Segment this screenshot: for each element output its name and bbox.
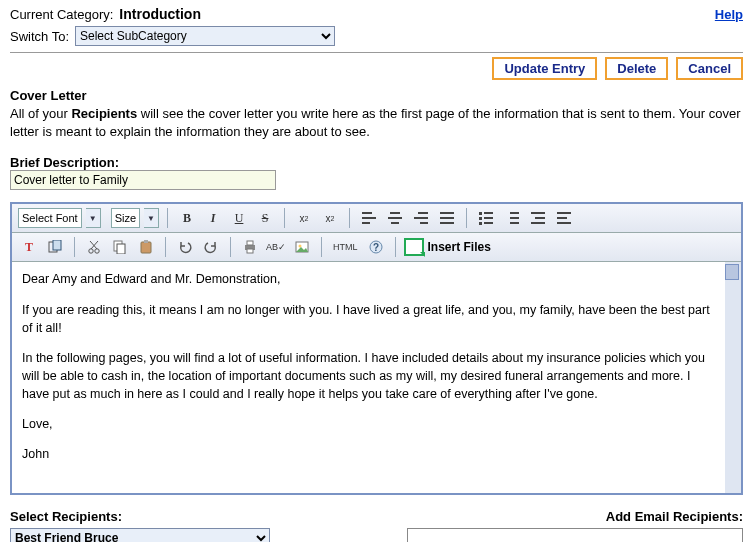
update-entry-button[interactable]: Update Entry	[492, 57, 597, 80]
underline-button[interactable]: U	[228, 207, 250, 229]
rich-text-editor: Select Font ▼ Size ▼ B I U S x2 x2 T	[10, 202, 743, 495]
cover-letter-title: Cover Letter	[10, 88, 743, 103]
copy-button[interactable]	[109, 236, 131, 258]
font-family-dropdown-icon[interactable]: ▼	[86, 208, 101, 228]
editor-paragraph: If you are reading this, it means I am n…	[22, 301, 713, 337]
svg-rect-1	[53, 240, 61, 250]
text-color-button[interactable]: T	[18, 236, 40, 258]
cancel-button[interactable]: Cancel	[676, 57, 743, 80]
indent-button[interactable]	[553, 207, 575, 229]
bold-button[interactable]: B	[176, 207, 198, 229]
divider	[10, 52, 743, 53]
svg-point-3	[95, 249, 99, 253]
unordered-list-button[interactable]	[475, 207, 497, 229]
current-category-label: Current Category:	[10, 7, 113, 22]
align-justify-button[interactable]	[436, 207, 458, 229]
cut-button[interactable]	[83, 236, 105, 258]
font-family-select[interactable]: Select Font	[18, 208, 82, 228]
align-left-button[interactable]	[358, 207, 380, 229]
svg-rect-10	[247, 249, 253, 253]
print-button[interactable]	[239, 236, 261, 258]
html-source-button[interactable]: HTML	[330, 236, 361, 258]
editor-paragraph: In the following pages, you will find a …	[22, 349, 713, 403]
help-link[interactable]: Help	[715, 7, 743, 22]
align-center-button[interactable]	[384, 207, 406, 229]
font-size-dropdown-icon[interactable]: ▼	[144, 208, 159, 228]
svg-rect-9	[247, 241, 253, 245]
editor-paragraph: John	[22, 445, 713, 463]
redo-button[interactable]	[200, 236, 222, 258]
paste-button[interactable]	[135, 236, 157, 258]
recipients-select[interactable]: Best Friend Bruce	[10, 528, 270, 542]
editor-paragraph: Love,	[22, 415, 713, 433]
italic-button[interactable]: I	[202, 207, 224, 229]
cover-letter-description: All of your Recipients will see the cove…	[10, 105, 743, 141]
svg-text:?: ?	[372, 242, 378, 253]
subscript-button[interactable]: x2	[319, 207, 341, 229]
background-color-button[interactable]	[44, 236, 66, 258]
editor-paragraph: Dear Amy and Edward and Mr. Demonstratio…	[22, 270, 713, 288]
brief-description-input[interactable]	[10, 170, 276, 190]
insert-files-button[interactable]: Insert Files	[404, 238, 491, 256]
switch-to-label: Switch To:	[10, 29, 69, 44]
svg-rect-6	[141, 242, 151, 253]
superscript-button[interactable]: x2	[293, 207, 315, 229]
insert-image-button[interactable]	[291, 236, 313, 258]
select-recipients-label: Select Recipients:	[10, 509, 122, 524]
switch-subcategory-select[interactable]: Select SubCategory	[75, 26, 335, 46]
svg-rect-7	[144, 240, 148, 243]
svg-rect-5	[117, 244, 125, 254]
current-category-value: Introduction	[119, 6, 201, 22]
outdent-button[interactable]	[527, 207, 549, 229]
align-right-button[interactable]	[410, 207, 432, 229]
undo-button[interactable]	[174, 236, 196, 258]
svg-point-2	[89, 249, 93, 253]
strikethrough-button[interactable]: S	[254, 207, 276, 229]
brief-description-label: Brief Description:	[10, 155, 743, 170]
editor-body[interactable]: Dear Amy and Edward and Mr. Demonstratio…	[12, 262, 741, 493]
ordered-list-button[interactable]	[501, 207, 523, 229]
delete-button[interactable]: Delete	[605, 57, 668, 80]
add-email-recipients-label: Add Email Recipients:	[606, 509, 743, 524]
font-size-select[interactable]: Size	[111, 208, 140, 228]
spellcheck-button[interactable]: AB✓	[265, 236, 287, 258]
insert-files-icon	[404, 238, 424, 256]
add-email-input[interactable]	[407, 528, 743, 542]
help-icon[interactable]: ?	[365, 236, 387, 258]
